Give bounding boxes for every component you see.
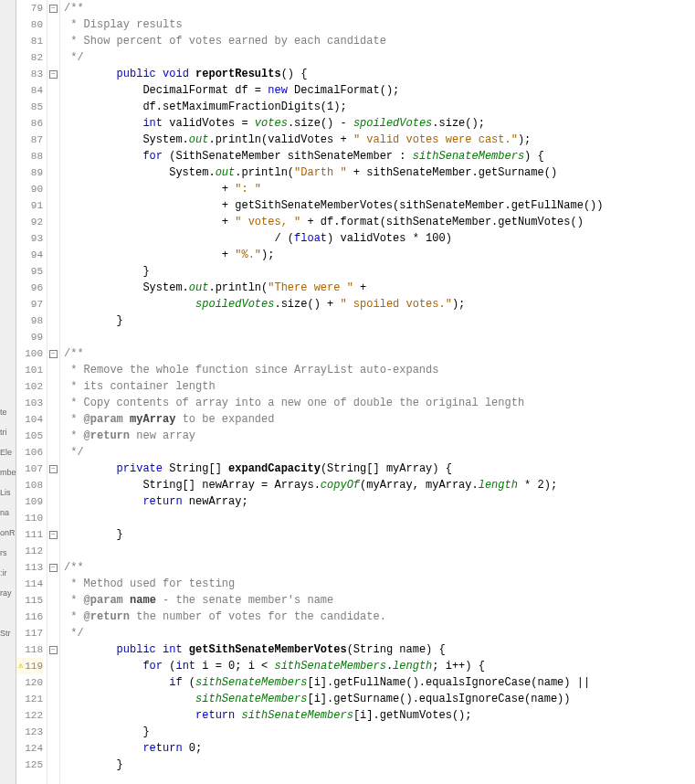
code-line[interactable]: /**	[64, 559, 695, 576]
navigator-sidebar: tetriElembeLisnaonRrs:irrayStr	[0, 0, 16, 784]
fold-cell	[47, 296, 59, 313]
fold-cell	[47, 691, 59, 707]
code-line[interactable]: * Show percent of votes earned by each c…	[64, 33, 695, 49]
fold-cell	[47, 197, 59, 214]
code-line[interactable]	[64, 543, 695, 559]
line-number: 119	[16, 658, 43, 674]
line-number: 79	[16, 0, 43, 16]
line-number: 91	[16, 197, 43, 214]
code-line[interactable]: * its container length	[64, 378, 695, 395]
code-line[interactable]: + ": "	[64, 181, 695, 197]
code-line[interactable]: public int getSithSenateMemberVotes(Stri…	[64, 641, 695, 658]
fold-cell	[47, 411, 59, 428]
fold-toggle[interactable]: −	[49, 531, 58, 539]
code-line[interactable]: return newArray;	[64, 493, 695, 510]
code-line[interactable]: spoiledVotes.size() + " spoiled votes.")…	[64, 296, 695, 313]
fold-cell	[47, 428, 59, 444]
line-number: 123	[16, 724, 43, 740]
line-number: 100	[16, 345, 43, 362]
code-line[interactable]: * Display results	[64, 16, 695, 33]
code-line[interactable]: System.out.println(validVotes + " valid …	[64, 132, 695, 148]
code-line[interactable]: }	[64, 263, 695, 280]
fold-toggle[interactable]: −	[49, 5, 58, 13]
code-line[interactable]: return 0;	[64, 740, 695, 757]
code-line[interactable]: * Copy contents of array into a new one …	[64, 395, 695, 411]
fold-toggle[interactable]: −	[49, 70, 58, 79]
code-line[interactable]: */	[64, 49, 695, 66]
code-line[interactable]: DecimalFormat df = new DecimalFormat();	[64, 82, 695, 99]
code-line[interactable]: * @return new array	[64, 428, 695, 444]
line-number: 94	[16, 247, 43, 263]
code-line[interactable]: String[] newArray = Arrays.copyOf(myArra…	[64, 477, 695, 493]
line-number: 85	[16, 99, 43, 115]
line-number: 113	[16, 559, 43, 576]
fold-cell	[47, 477, 59, 493]
code-line[interactable]: int validVotes = votes.size() - spoiledV…	[64, 115, 695, 132]
code-line[interactable]: df.setMaximumFractionDigits(1);	[64, 99, 695, 115]
fold-cell	[47, 16, 59, 33]
fold-cell	[47, 674, 59, 691]
sidebar-label: tri	[0, 422, 16, 442]
code-line[interactable]: sithSenateMembers[i].getSurname().equals…	[64, 691, 695, 707]
line-number: 107	[16, 461, 43, 477]
fold-cell: −	[47, 526, 59, 543]
code-line[interactable]: */	[64, 444, 695, 461]
code-line[interactable]: System.out.println("There were " +	[64, 280, 695, 296]
code-line[interactable]: if (sithSenateMembers[i].getFullName().e…	[64, 674, 695, 691]
fold-cell	[47, 543, 59, 559]
code-line[interactable]: + "%.");	[64, 247, 695, 263]
line-number: 114	[16, 576, 43, 592]
sidebar-label: te	[0, 402, 16, 422]
code-line[interactable]: * @param myArray to be expanded	[64, 411, 695, 428]
fold-toggle[interactable]: −	[49, 646, 58, 654]
code-line[interactable]: * @param name - the senate member's name	[64, 592, 695, 609]
line-number: 105	[16, 428, 43, 444]
line-number: 83	[16, 66, 43, 82]
code-line[interactable]: for (int i = 0; i < sithSenateMembers.le…	[64, 658, 695, 674]
fold-toggle[interactable]: −	[49, 564, 58, 572]
fold-cell	[47, 247, 59, 263]
code-line[interactable]: / (float) validVotes * 100)	[64, 230, 695, 247]
fold-cell: −	[47, 559, 59, 576]
code-line[interactable]: }	[64, 526, 695, 543]
code-line[interactable]	[64, 510, 695, 526]
fold-cell: −	[47, 0, 59, 16]
code-line[interactable]: * @return the number of votes for the ca…	[64, 609, 695, 625]
code-line[interactable]: * Method used for testing	[64, 576, 695, 592]
line-number: 104	[16, 411, 43, 428]
fold-cell: −	[47, 66, 59, 82]
code-line[interactable]: + getSithSenateMemberVotes(sithSenateMem…	[64, 197, 695, 214]
fold-cell	[47, 181, 59, 197]
line-number: 97	[16, 296, 43, 313]
fold-cell	[47, 99, 59, 115]
code-editor[interactable]: /** * Display results * Show percent of …	[60, 0, 695, 784]
code-line[interactable]: + " votes, " + df.format(sithSenateMembe…	[64, 214, 695, 230]
line-number: 115	[16, 592, 43, 609]
fold-toggle[interactable]: −	[49, 465, 58, 473]
code-line[interactable]: return sithSenateMembers[i].getNumVotes(…	[64, 707, 695, 724]
code-line[interactable]: public void reportResults() {	[64, 66, 695, 82]
code-line[interactable]: /**	[64, 0, 695, 16]
line-number: 101	[16, 362, 43, 378]
fold-cell	[47, 395, 59, 411]
code-line[interactable]: }	[64, 724, 695, 740]
fold-cell	[47, 329, 59, 345]
code-line[interactable]: /**	[64, 345, 695, 362]
code-line[interactable]: }	[64, 757, 695, 773]
fold-cell	[47, 444, 59, 461]
line-number: 90	[16, 181, 43, 197]
fold-cell	[47, 148, 59, 164]
fold-cell	[47, 82, 59, 99]
code-line[interactable]: }	[64, 313, 695, 329]
line-number: 111	[16, 526, 43, 543]
code-line[interactable]: private String[] expandCapacity(String[]…	[64, 461, 695, 477]
fold-cell	[47, 313, 59, 329]
sidebar-label: Ele	[0, 442, 16, 462]
code-line[interactable]	[64, 329, 695, 345]
code-line[interactable]: */	[64, 625, 695, 641]
fold-toggle[interactable]: −	[49, 350, 58, 358]
code-line[interactable]: System.out.println("Darth " + sithSenate…	[64, 164, 695, 181]
code-line[interactable]: for (SithSenateMember sithSenateMember :…	[64, 148, 695, 164]
code-line[interactable]: * Remove the whole function since ArrayL…	[64, 362, 695, 378]
sidebar-label: onR	[0, 523, 16, 543]
